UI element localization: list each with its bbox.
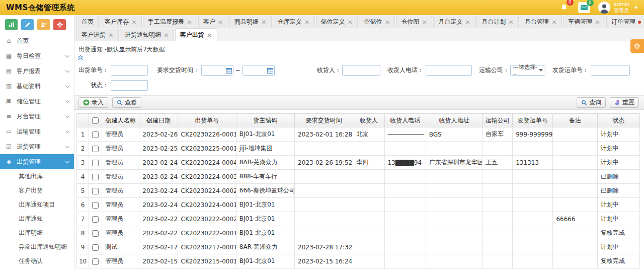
sidebar-toolbar [0,15,74,33]
close-icon[interactable]: × [348,19,353,25]
double-chevron-up-icon [77,55,84,60]
tab-bin-def[interactable]: 储位定义× [316,16,358,28]
tab-label: 储位定义 [321,18,345,26]
transport-company-select[interactable]: ---请选择--- [510,65,545,76]
sidebar-item-transport-mgmt[interactable]: ▭运输管理 [0,124,74,139]
row-checkbox[interactable] [92,131,99,138]
shipment-no-input[interactable] [111,65,148,76]
row-checkbox[interactable] [92,244,99,251]
tab-dock-mgmt[interactable]: 月台管理× [520,16,562,28]
cell [513,142,553,156]
user-menu[interactable]: admin 管理员 [598,2,638,14]
close-icon[interactable]: × [595,19,600,25]
close-icon[interactable]: × [218,19,223,25]
close-icon[interactable]: × [422,19,427,25]
close-icon[interactable]: × [131,19,137,25]
tab-customer-inbound[interactable]: 客户进货× [76,29,119,41]
cell: 计划中 [597,240,639,254]
close-icon[interactable]: × [384,19,390,25]
receiver-input[interactable] [342,65,380,76]
calendar-icon[interactable] [267,67,273,74]
cell [482,170,513,184]
close-icon[interactable]: × [187,19,192,25]
tab-order-mgmt[interactable]: 订单管理× [606,16,644,28]
sidebar-item-dock-mgmt[interactable]: ≡月台管理 [0,109,74,124]
close-icon[interactable]: × [207,32,212,38]
sidebar-item-inbound-mgmt[interactable]: ☑进货管理 [0,139,74,154]
table-container: 创建人名称创建日期出货单号货主编码要求交货时间收货人收货人电话收货人地址运输公司… [74,110,644,268]
search-button[interactable]: 查询 [577,97,606,108]
row-checkbox[interactable] [92,216,99,223]
form-row-1: 出货单号： 要求交货时间： ~ [78,65,640,76]
row-checkbox[interactable] [92,230,99,237]
cell [295,212,353,226]
row-checkbox[interactable] [92,174,99,180]
collapse-button[interactable] [74,55,644,62]
tab-dock-def[interactable]: 月台定义× [433,16,475,28]
plus-icon [83,99,90,106]
status-input[interactable] [111,80,148,91]
tab-warehouse-def[interactable]: 仓库定义× [273,16,315,28]
sidebar-subitem[interactable]: 客户出货 [0,183,74,197]
sidebar-item-basic-data[interactable]: ▥基础资料 [0,79,74,94]
users-tool-button[interactable] [37,19,50,30]
tab-manual-temp-report[interactable]: 手工温度报表× [143,16,197,28]
close-icon[interactable]: × [465,19,470,25]
stats-tool-button[interactable] [5,19,18,30]
tab-customer-stock[interactable]: 客户库存× [100,16,142,28]
tab-label: 客户库存 [105,18,129,26]
tab-label: 月台计划 [481,18,506,26]
sidebar-item-storage-mgmt[interactable]: ▣储位管理 [0,94,74,109]
row-checkbox[interactable] [92,146,99,152]
add-button[interactable]: 录入 [78,97,108,108]
cell [353,240,384,254]
settings-fab[interactable]: ⚙ [630,39,644,53]
sidebar-subitem[interactable]: 异常出库通知明细 [0,240,74,254]
tab-empty-bin[interactable]: 空储位× [359,16,395,28]
close-icon[interactable]: × [261,19,267,25]
messages-button[interactable]: 0 [578,2,590,13]
row-checkbox-cell [89,184,102,198]
sidebar-subitem[interactable]: 出库明细 [0,226,74,240]
sidebar-item-outbound-mgmt[interactable]: ◈出货管理 [0,154,74,169]
tab-home[interactable]: 首页 [76,16,99,28]
sidebar-subitem[interactable]: 出库通知 [0,212,74,226]
close-icon[interactable]: × [508,19,514,25]
waybill-no-input[interactable] [591,65,630,76]
tab-dock-plan[interactable]: 月台计划× [476,16,519,28]
tab-product-detail[interactable]: 商品明细× [229,16,272,28]
settings-tool-button[interactable] [53,19,66,30]
notifications-button[interactable]: 0 [558,2,570,14]
sidebar-subitem[interactable]: 出库通知项目 [0,197,74,212]
close-icon[interactable]: × [551,19,557,25]
row-checkbox[interactable] [92,188,99,194]
reset-button[interactable]: 重置 [610,97,639,108]
bell-icon [560,4,568,12]
tab-bin-map[interactable]: 仓位图× [396,16,432,28]
sidebar-item-customer-report[interactable]: ▤客户报表 [0,63,74,79]
row-checkbox[interactable] [92,202,99,209]
cell [513,184,553,198]
tab-customer-outbound[interactable]: 客户出货× [175,28,217,41]
edit-tool-button[interactable] [21,19,34,30]
row-checkbox[interactable] [92,160,99,166]
close-icon[interactable]: × [164,32,169,38]
tab-customer[interactable]: 客户× [198,16,228,28]
table-row: 5管理员2023-02-24CK20230224-0002666-蔡徐坤篮球公司… [77,184,640,198]
select-all-checkbox[interactable] [92,117,99,124]
tab-vehicle-mgmt[interactable]: 车辆管理× [563,16,605,28]
form-row-2: 状态： [78,80,640,91]
tab-inbound-notice-detail[interactable]: 进货通知明细× [120,29,174,41]
close-icon[interactable]: × [108,32,114,38]
view-button[interactable]: 查看 [112,97,141,108]
cell [553,156,597,170]
calendar-icon[interactable] [226,67,232,74]
row-checkbox[interactable] [92,258,99,265]
sidebar-item-home[interactable]: ⌂首页 [0,33,74,48]
close-icon[interactable]: × [304,19,310,25]
cell: 管理员 [102,226,139,240]
receiver-phone-input[interactable] [426,65,472,76]
sidebar-subitem[interactable]: 任务确认 [0,254,74,268]
sidebar-subitem[interactable]: 其他出库 [0,169,74,183]
sidebar-item-daily-check[interactable]: ▦每日检查 [0,48,74,63]
